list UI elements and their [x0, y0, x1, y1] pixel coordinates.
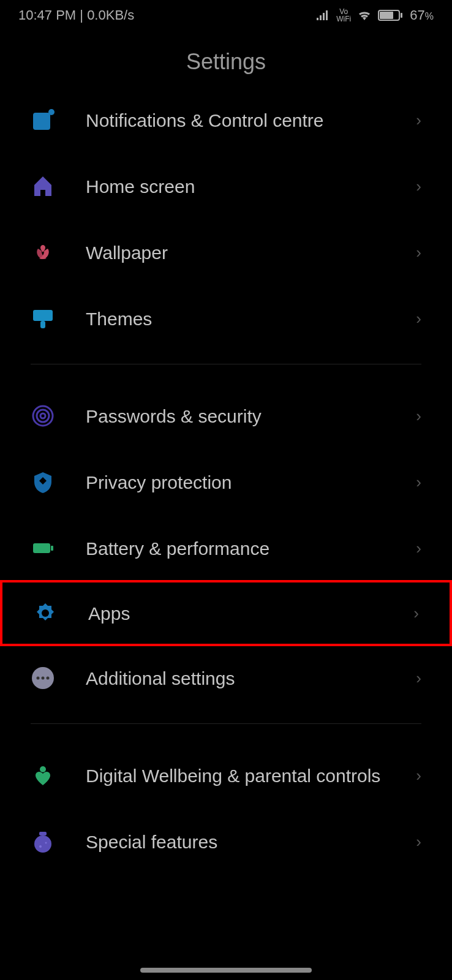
settings-item-label: Home screen: [86, 175, 416, 198]
settings-item-label: Privacy protection: [86, 470, 416, 494]
svg-rect-10: [33, 543, 50, 553]
settings-item-wallpaper[interactable]: Wallpaper ›: [0, 219, 452, 285]
privacy-shield-icon: [31, 470, 55, 494]
chevron-right-icon: ›: [416, 539, 421, 558]
chevron-right-icon: ›: [416, 766, 421, 785]
settings-item-label: Themes: [86, 307, 416, 331]
wellbeing-heart-icon: [31, 763, 55, 788]
settings-item-battery[interactable]: Battery & performance ›: [0, 515, 452, 581]
chevron-right-icon: ›: [416, 243, 421, 262]
svg-point-12: [42, 609, 49, 617]
page-title: Settings: [0, 31, 452, 87]
svg-rect-18: [39, 832, 47, 835]
settings-item-special-features[interactable]: Special features ›: [0, 809, 452, 875]
wifi-icon: [357, 9, 372, 21]
chevron-right-icon: ›: [413, 604, 419, 623]
settings-item-themes[interactable]: Themes ›: [0, 285, 452, 352]
signal-icon: [315, 9, 330, 21]
section-divider: [31, 364, 421, 364]
svg-point-9: [40, 413, 45, 418]
chevron-right-icon: ›: [416, 832, 421, 851]
svg-rect-5: [33, 310, 53, 321]
home-indicator[interactable]: [140, 968, 312, 973]
svg-rect-11: [51, 546, 53, 551]
fingerprint-icon: [31, 404, 55, 428]
settings-item-label: Notifications & Control centre: [86, 108, 416, 132]
svg-rect-2: [401, 13, 402, 18]
settings-item-label: Apps: [88, 601, 413, 625]
status-left: 10:47 PM | 0.0KB/s: [18, 7, 134, 23]
svg-point-17: [40, 766, 46, 772]
chevron-right-icon: ›: [416, 177, 421, 196]
battery-icon: [31, 536, 55, 560]
settings-item-passwords-security[interactable]: Passwords & security ›: [0, 383, 452, 449]
home-icon: [31, 174, 55, 198]
svg-point-21: [45, 842, 47, 844]
settings-list: Notifications & Control centre › Home sc…: [0, 87, 452, 875]
status-divider: |: [76, 7, 87, 23]
chevron-right-icon: ›: [416, 473, 421, 492]
themes-icon: [31, 306, 55, 331]
chevron-right-icon: ›: [416, 111, 421, 130]
svg-point-15: [42, 677, 45, 680]
settings-item-apps[interactable]: Apps ›: [0, 580, 452, 646]
svg-point-16: [47, 677, 50, 680]
battery-percentage: 67%: [410, 7, 434, 23]
settings-item-home-screen[interactable]: Home screen ›: [0, 153, 452, 219]
status-right: VoWiFi 67%: [315, 7, 434, 23]
svg-point-20: [39, 845, 42, 848]
section-divider: [31, 723, 421, 724]
settings-item-label: Additional settings: [86, 666, 416, 690]
chevron-right-icon: ›: [416, 669, 421, 688]
svg-rect-3: [33, 113, 50, 130]
svg-point-8: [37, 410, 49, 422]
notifications-icon: [31, 108, 55, 132]
settings-item-label: Digital Wellbeing & parental controls: [86, 764, 416, 788]
settings-item-privacy[interactable]: Privacy protection ›: [0, 449, 452, 515]
status-bar: 10:47 PM | 0.0KB/s VoWiFi 67%: [0, 0, 452, 31]
chevron-right-icon: ›: [416, 309, 421, 328]
settings-item-label: Wallpaper: [86, 241, 416, 265]
svg-point-19: [34, 835, 51, 853]
settings-item-label: Passwords & security: [86, 404, 416, 428]
svg-point-14: [37, 677, 40, 680]
vowifi-icon: VoWiFi: [336, 8, 351, 23]
svg-rect-6: [40, 321, 45, 328]
special-flask-icon: [31, 829, 55, 854]
wallpaper-icon: [31, 240, 55, 265]
chevron-right-icon: ›: [416, 407, 421, 426]
settings-item-notifications[interactable]: Notifications & Control centre ›: [0, 87, 452, 153]
additional-dots-icon: [31, 666, 55, 690]
status-speed: 0.0KB/s: [87, 7, 134, 23]
settings-item-digital-wellbeing[interactable]: Digital Wellbeing & parental controls ›: [0, 742, 452, 809]
svg-point-4: [48, 109, 55, 115]
battery-icon: [378, 9, 404, 21]
svg-rect-1: [380, 12, 393, 19]
apps-gear-icon: [33, 601, 58, 625]
status-time: 10:47 PM: [18, 7, 76, 23]
settings-item-label: Battery & performance: [86, 537, 416, 560]
settings-item-label: Special features: [86, 830, 416, 854]
settings-item-additional[interactable]: Additional settings ›: [0, 645, 452, 711]
